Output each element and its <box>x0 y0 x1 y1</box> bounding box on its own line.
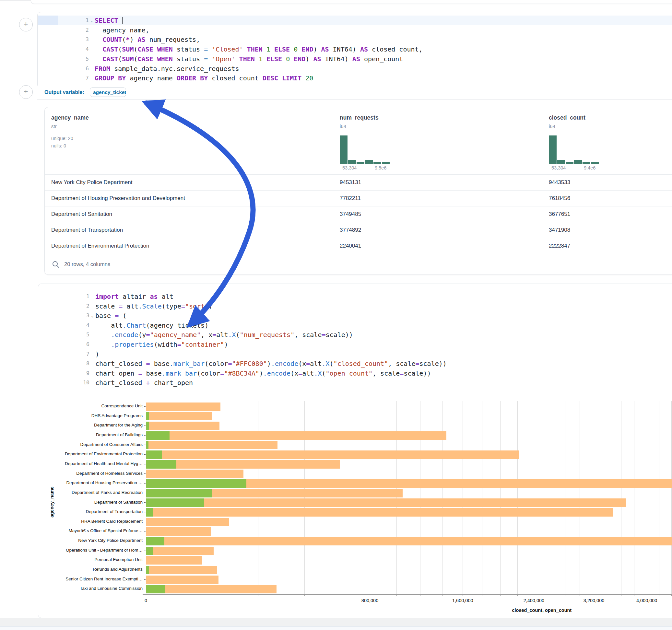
open-count-bar[interactable] <box>146 585 165 593</box>
closed-count-bar[interactable] <box>146 537 672 546</box>
x-axis-line <box>143 594 672 595</box>
code-line[interactable]: chart_closed + chart_open <box>95 378 193 388</box>
dataframe-output-table: agency_namestrunique: 20nulls: 0num_requ… <box>44 107 672 275</box>
code-line[interactable]: chart_closed = base.mark_bar(color="#FFC… <box>95 359 447 368</box>
table-row[interactable]: Department of Environmental Protection22… <box>45 238 672 254</box>
table-row[interactable]: Department of Sanitation37494853677651 <box>45 206 672 222</box>
closed-count-bar[interactable] <box>146 527 211 536</box>
code-token: .Chart <box>123 321 146 329</box>
code-line[interactable]: FROM sample_data.nyc.service_requests <box>95 64 239 74</box>
open-count-bar[interactable] <box>146 537 164 546</box>
column-header-name[interactable]: agency_name <box>51 114 89 121</box>
closed-count-bar[interactable] <box>146 441 278 449</box>
add-block-button[interactable]: + <box>19 18 33 31</box>
open-count-bar[interactable] <box>146 460 176 468</box>
closed-count-bar[interactable] <box>146 412 212 420</box>
code-token: chart_open <box>95 369 138 377</box>
search-icon[interactable] <box>52 261 59 268</box>
code-line[interactable]: .properties(width="container") <box>95 340 228 349</box>
code-token: SUM <box>122 45 134 53</box>
code-line[interactable]: base = ( <box>95 311 126 320</box>
code-token: scale)) <box>419 360 447 367</box>
code-token: ) <box>130 35 138 43</box>
open-count-bar[interactable] <box>146 451 162 459</box>
closed-count-bar[interactable] <box>146 518 229 526</box>
code-token: = <box>115 312 119 319</box>
open-count-bar[interactable] <box>146 421 149 430</box>
closed-count-bar[interactable] <box>146 403 220 411</box>
chart-gridline <box>397 401 397 594</box>
code-token: "num_requests" <box>240 331 295 339</box>
python-code-editor[interactable]: 1import altair as alt2scale = alt.Scale(… <box>38 292 672 389</box>
code-line[interactable]: GROUP BY agency_name ORDER BY closed_cou… <box>95 73 313 83</box>
chart-gridline <box>340 401 340 594</box>
code-token: = <box>212 331 216 339</box>
histogram-min-label: 53,304 <box>342 165 357 170</box>
sql-code-editor[interactable]: 1⌄SELECT 2 agency_name,3 COUNT(*) AS num… <box>38 16 672 86</box>
chart-gridline <box>500 401 501 594</box>
code-line[interactable]: CAST(SUM(CASE WHEN status = 'Open' THEN … <box>95 54 403 64</box>
open-count-bar[interactable] <box>146 479 246 488</box>
x-axis-tick-label: 3,200,000 <box>583 598 605 603</box>
open-count-bar[interactable] <box>146 547 153 555</box>
code-token: altair <box>119 293 150 300</box>
code-token: 0 <box>294 45 297 53</box>
page-bottom-strip <box>0 618 672 626</box>
code-token <box>297 45 302 53</box>
table-row[interactable]: Department of Housing Preservation and D… <box>45 190 672 207</box>
code-line[interactable]: alt.Chart(agency_tickets) <box>95 320 209 330</box>
column-header-name[interactable]: closed_count <box>549 114 585 121</box>
code-line[interactable]: import altair as alt <box>95 292 173 301</box>
code-line[interactable]: agency_name, <box>95 25 149 35</box>
closed-count-bar[interactable] <box>146 556 202 564</box>
column-header-name[interactable]: num_requests <box>340 114 379 121</box>
open-count-bar[interactable] <box>146 508 153 516</box>
table-row[interactable]: Department of Transportation377489234719… <box>45 222 672 238</box>
code-token: "container" <box>181 341 224 348</box>
open-count-bar[interactable] <box>146 499 204 507</box>
open-count-bar[interactable] <box>146 412 149 420</box>
y-axis-tick <box>144 406 146 407</box>
code-token: = <box>119 302 123 310</box>
output-variable-pill[interactable]: agency_tickets <box>90 88 126 97</box>
code-token: CASE <box>138 45 153 53</box>
code-token: (color <box>205 360 228 367</box>
code-token: scale)) <box>326 331 353 339</box>
closed-count-bar[interactable] <box>146 566 217 574</box>
code-fold-chevron-icon[interactable]: ⌄ <box>91 311 94 320</box>
code-token: ( <box>134 45 138 53</box>
code-line[interactable]: chart_open = base.mark_bar(color="#8BC34… <box>95 368 431 378</box>
open-count-bar[interactable] <box>146 566 149 574</box>
closed-count-bar[interactable] <box>146 499 626 507</box>
table-row[interactable]: New York City Police Department945313194… <box>45 174 672 191</box>
code-line[interactable]: scale = alt.Scale(type="sqrt") <box>95 301 212 311</box>
code-line[interactable]: SELECT <box>95 16 123 25</box>
code-line[interactable]: ) <box>95 349 99 359</box>
open-count-bar[interactable] <box>146 431 170 440</box>
cell-agency-name: Department of Sanitation <box>51 211 112 217</box>
code-token: = <box>400 369 404 377</box>
code-line[interactable]: CAST(SUM(CASE WHEN status = 'Closed' THE… <box>95 44 423 54</box>
open-count-bar[interactable] <box>146 489 212 498</box>
add-block-button[interactable]: + <box>19 85 33 99</box>
closed-count-bar[interactable] <box>146 508 613 516</box>
closed-count-bar[interactable] <box>146 547 214 555</box>
code-fold-chevron-icon[interactable]: ⌄ <box>91 16 93 25</box>
y-axis-tick <box>144 426 146 426</box>
code-line[interactable]: COUNT(*) AS num_requests, <box>95 35 200 44</box>
code-token: ( <box>321 369 326 377</box>
closed-count-bar[interactable] <box>146 469 243 478</box>
code-token: LIMIT <box>282 74 302 82</box>
code-token: , x <box>201 331 212 339</box>
cell-closed-count: 2222847 <box>549 243 570 249</box>
closed-count-bar[interactable] <box>146 451 519 459</box>
open-count-bar[interactable] <box>146 441 148 449</box>
closed-count-bar[interactable] <box>146 576 218 584</box>
y-axis-category-label: Department of Sanitation <box>0 498 143 507</box>
code-token: ) <box>313 45 321 53</box>
closed-count-bar[interactable] <box>146 585 277 593</box>
table-footer[interactable]: 20 rows, 4 columns <box>45 254 672 274</box>
closed-count-bar[interactable] <box>146 421 219 430</box>
closed-count-bar[interactable] <box>146 431 447 440</box>
code-line[interactable]: .encode(y="agency_name", x=alt.X("num_re… <box>95 330 353 340</box>
